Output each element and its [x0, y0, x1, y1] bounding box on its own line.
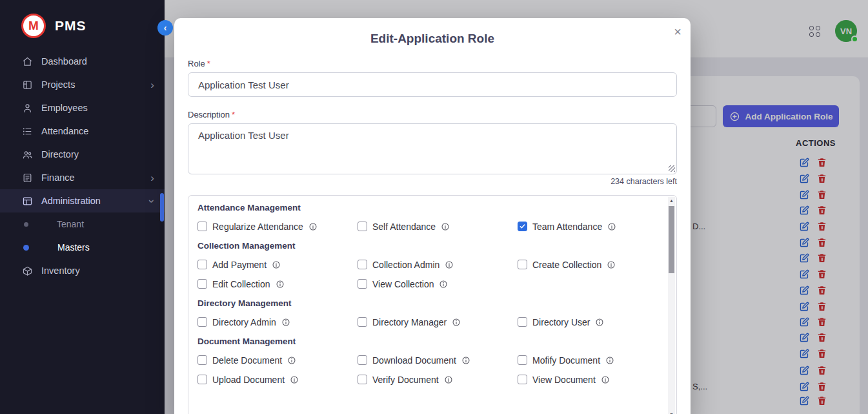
sidebar-collapse-button[interactable]: ‹: [157, 20, 173, 36]
checkbox-directory-admin[interactable]: [197, 317, 207, 327]
info-icon[interactable]: [272, 260, 281, 269]
permission-item-team-attendance[interactable]: Team Attendance: [518, 220, 660, 233]
logo[interactable]: M PMS: [0, 0, 165, 50]
permission-label: Download Document: [372, 355, 456, 366]
checkbox-directory-user[interactable]: [518, 317, 527, 327]
sidebar-item-projects[interactable]: Projects›: [0, 73, 165, 96]
permission-label: View Collection: [372, 279, 434, 289]
permission-item-directory-admin[interactable]: Directory Admin: [197, 315, 358, 329]
permission-label: Regularize Attendance: [212, 222, 303, 232]
permission-item-directory-user[interactable]: Directory User: [518, 315, 660, 329]
permission-label: Directory Manager: [372, 317, 447, 327]
bullet-icon: [23, 245, 29, 251]
description-textarea[interactable]: Application Test User: [188, 123, 677, 174]
sidebar-item-administration[interactable]: Administration›: [0, 189, 165, 212]
sidebar-item-inventory[interactable]: Inventory: [0, 259, 165, 282]
permission-item-delete-document[interactable]: Delete Document: [197, 353, 358, 367]
permission-label: Directory User: [532, 317, 590, 327]
permission-item-create-collection[interactable]: Create Collection: [518, 258, 660, 271]
sidebar-scrollbar-thumb[interactable]: [160, 193, 164, 222]
permission-item-self-attendance[interactable]: Self Attendance: [358, 220, 518, 233]
permission-item-mofify-document[interactable]: Mofify Document: [518, 353, 660, 367]
permission-section-directory-management: Directory ManagementDirectory AdminDirec…: [197, 298, 660, 329]
checkbox-download-document[interactable]: [358, 355, 367, 365]
administration-icon: [22, 196, 33, 207]
sidebar-subitem-tenant[interactable]: Tenant: [0, 212, 165, 236]
scroll-up-arrow-icon[interactable]: ▲: [668, 198, 675, 203]
info-icon[interactable]: [281, 318, 290, 327]
checkbox-create-collection[interactable]: [518, 260, 527, 269]
permission-item-download-document[interactable]: Download Document: [358, 353, 518, 367]
info-icon[interactable]: [605, 356, 614, 365]
checkbox-self-attendance[interactable]: [358, 222, 367, 231]
info-icon[interactable]: [308, 222, 318, 231]
info-icon[interactable]: [601, 375, 610, 384]
permission-grid: Add PaymentCollection AdminCreate Collec…: [197, 258, 660, 291]
permission-item-collection-admin[interactable]: Collection Admin: [358, 258, 518, 271]
checkbox-mofify-document[interactable]: [518, 355, 527, 365]
permission-item-view-document[interactable]: View Document: [518, 373, 660, 386]
checkbox-regularize-attendance[interactable]: [197, 222, 207, 231]
info-icon[interactable]: [439, 280, 448, 289]
checkbox-delete-document[interactable]: [197, 355, 207, 365]
checkbox-upload-document[interactable]: [197, 375, 207, 384]
permission-label: Directory Admin: [212, 317, 276, 327]
checkbox-directory-manager[interactable]: [358, 317, 367, 327]
app-root: M PMS DashboardProjects›EmployeesAttenda…: [0, 0, 868, 414]
checkbox-collection-admin[interactable]: [358, 260, 367, 269]
info-icon[interactable]: [595, 318, 604, 327]
sidebar-subitem-masters[interactable]: Masters: [0, 236, 165, 259]
info-icon[interactable]: [444, 375, 453, 384]
checkbox-edit-collection[interactable]: [197, 279, 207, 289]
sidebar-item-attendance[interactable]: Attendance: [0, 119, 165, 143]
permission-grid: Regularize AttendanceSelf AttendanceTeam…: [197, 220, 660, 233]
edit-application-role-modal: Edit-Application Role × Role* Descriptio…: [174, 18, 691, 414]
permission-section-title: Directory Management: [197, 298, 660, 308]
permission-item-verify-document[interactable]: Verify Document: [358, 373, 518, 386]
checkbox-view-collection[interactable]: [358, 279, 367, 289]
permission-item-add-payment[interactable]: Add Payment: [197, 258, 358, 271]
info-icon[interactable]: [452, 318, 461, 327]
close-button[interactable]: ×: [674, 25, 681, 39]
info-icon[interactable]: [290, 375, 299, 384]
chevron-left-icon: ‹: [164, 23, 167, 33]
info-icon[interactable]: [461, 356, 470, 365]
chevron-down-icon: ›: [147, 199, 158, 203]
role-input[interactable]: [188, 72, 677, 97]
permission-label: View Document: [532, 375, 596, 385]
permission-item-regularize-attendance[interactable]: Regularize Attendance: [197, 220, 358, 233]
info-icon[interactable]: [441, 222, 450, 231]
info-icon[interactable]: [607, 222, 616, 231]
sidebar-item-label: Projects: [41, 79, 75, 90]
chevron-right-icon: ›: [150, 172, 154, 183]
sidebar-item-dashboard[interactable]: Dashboard: [0, 50, 165, 73]
permission-section-title: Attendance Management: [197, 203, 660, 212]
resize-handle-icon[interactable]: [669, 165, 675, 172]
sidebar-item-employees[interactable]: Employees: [0, 96, 165, 119]
permission-item-directory-manager[interactable]: Directory Manager: [358, 315, 518, 329]
checkbox-team-attendance[interactable]: [518, 222, 527, 231]
checkbox-add-payment[interactable]: [197, 260, 207, 269]
info-icon[interactable]: [445, 260, 454, 269]
description-field-wrapper: Application Test User: [188, 123, 677, 174]
info-icon[interactable]: [607, 260, 616, 269]
logo-icon: M: [21, 14, 46, 38]
sidebar-item-label: Inventory: [41, 265, 80, 276]
sidebar-item-directory[interactable]: Directory: [0, 143, 165, 166]
sidebar-item-label: Employees: [41, 103, 88, 113]
permission-label: Create Collection: [532, 260, 601, 270]
checkbox-view-document[interactable]: [518, 375, 527, 384]
info-icon[interactable]: [287, 356, 296, 365]
info-icon[interactable]: [276, 280, 285, 289]
sidebar-subitem-label: Masters: [57, 242, 90, 253]
permissions-list: Attendance ManagementRegularize Attendan…: [188, 203, 676, 386]
permission-section-title: Document Management: [197, 336, 660, 346]
permission-item-upload-document[interactable]: Upload Document: [197, 373, 358, 386]
scrollbar-thumb[interactable]: [669, 206, 674, 273]
permission-item-edit-collection[interactable]: Edit Collection: [197, 277, 358, 291]
permission-grid: Directory AdminDirectory ManagerDirector…: [197, 315, 660, 329]
checkbox-verify-document[interactable]: [358, 375, 367, 384]
permissions-scrollbar[interactable]: ▲ ▼: [668, 197, 675, 414]
sidebar-item-finance[interactable]: Finance›: [0, 166, 165, 189]
permission-item-view-collection[interactable]: View Collection: [358, 277, 518, 291]
